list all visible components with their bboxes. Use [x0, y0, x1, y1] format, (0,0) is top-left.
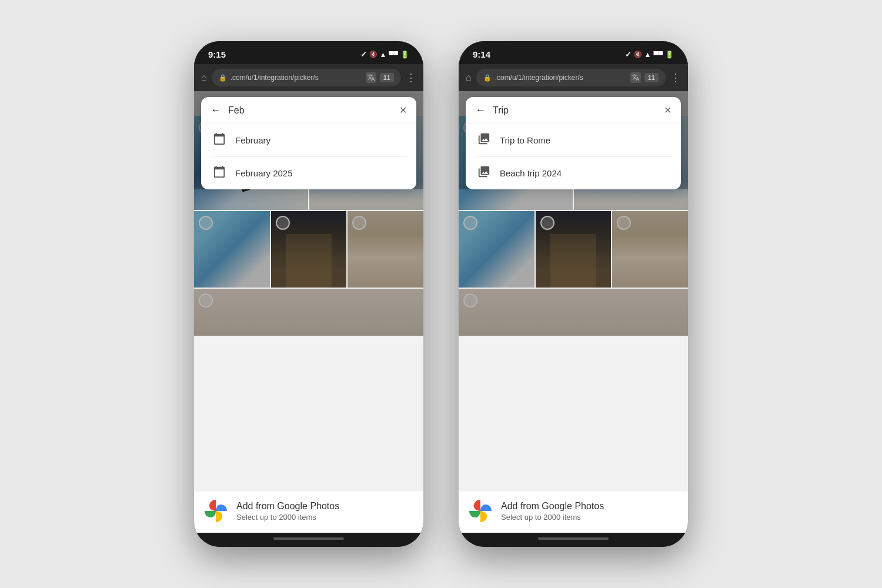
search-query-left[interactable]: Feb [228, 105, 392, 116]
bluetooth-icon-right: ✓ [625, 50, 632, 59]
photo-cell-5[interactable] [348, 211, 423, 288]
search-clear-right[interactable]: ✕ [664, 105, 671, 116]
album-icon-2-right [477, 165, 490, 181]
suggestion-text-1-left: February [235, 135, 270, 145]
battery-icon-right: 🔋 [665, 51, 674, 59]
mute-icon: 🔇 [369, 51, 377, 58]
status-bar-left: 9:15 ✓ 🔇 ▲ ▀▀ 🔋 [194, 41, 423, 64]
url-bar-left[interactable]: 🔒 .com/u/1/integration/picker/s 11 [212, 69, 401, 86]
photo-row-2-left [194, 211, 423, 288]
album-icon-1-right [477, 132, 490, 148]
bottom-text-group-right: Add from Google Photos Select up to 2000… [501, 501, 679, 522]
time-left: 9:15 [208, 49, 226, 59]
suggestion-text-2-right: Beach trip 2024 [500, 168, 562, 178]
select-circle-5[interactable] [352, 216, 366, 230]
photo-row-3-right [459, 289, 688, 336]
home-icon-right[interactable]: ⌂ [466, 72, 472, 83]
bottom-subtitle-left: Select up to 2000 items [236, 513, 414, 522]
search-query-right[interactable]: Trip [493, 105, 657, 116]
photo-row-3-left [194, 289, 423, 336]
screen-left: ✓ Mon, Feb 3 [194, 91, 423, 533]
url-text-right: .com/u/1/integration/picker/s [495, 74, 627, 82]
more-icon-left[interactable]: ⋮ [406, 71, 416, 84]
status-bar-right: 9:14 ✓ 🔇 ▲ ▀▀ 🔋 [459, 41, 688, 64]
photo-cell-r3[interactable] [459, 211, 534, 288]
more-icon-right[interactable]: ⋮ [670, 71, 681, 84]
suggestion-text-2-left: February 2025 [235, 168, 293, 178]
bottom-bar-right: Add from Google Photos Select up to 2000… [459, 492, 688, 533]
bottom-title-left: Add from Google Photos [236, 501, 414, 512]
suggestion-2-left[interactable]: February 2025 [201, 157, 416, 189]
signal-icon-right: ▀▀ [653, 51, 663, 58]
search-back-right[interactable]: ← [475, 104, 486, 116]
select-circle-3[interactable] [199, 216, 213, 230]
select-circle-r3[interactable] [463, 216, 477, 230]
calendar-icon-1-left [213, 132, 226, 148]
suggestion-1-left[interactable]: February [201, 124, 416, 156]
tab-count-left[interactable]: 11 [380, 73, 394, 82]
google-photos-icon-right [468, 499, 493, 523]
home-bar-right[interactable] [538, 537, 609, 540]
suggestion-2-right[interactable]: Beach trip 2024 [466, 157, 681, 189]
photo-cell-r6[interactable] [459, 289, 688, 336]
bluetooth-icon: ✓ [360, 50, 367, 59]
browser-bar-right: ⌂ 🔒 .com/u/1/integration/picker/s 11 ⋮ [459, 64, 688, 91]
google-photos-icon-left [203, 499, 228, 523]
select-circle-r5[interactable] [617, 216, 631, 230]
select-circle-6[interactable] [199, 293, 213, 308]
bottom-subtitle-right: Select up to 2000 items [501, 513, 679, 522]
home-indicator-left [194, 533, 423, 547]
time-right: 9:14 [473, 49, 490, 59]
bottom-text-group-left: Add from Google Photos Select up to 2000… [236, 501, 414, 522]
photo-cell-r5[interactable] [612, 211, 688, 288]
search-box-left: ← Feb ✕ February [201, 97, 416, 189]
browser-bar-left: ⌂ 🔒 .com/u/1/integration/picker/s 11 ⋮ [194, 64, 423, 91]
search-input-row-right: ← Trip ✕ [466, 97, 681, 124]
screen-right: ✓ Mon, Feb 3 [459, 91, 688, 533]
translate-icon-left[interactable] [366, 72, 376, 83]
home-indicator-right [459, 533, 688, 547]
home-icon-left[interactable]: ⌂ [201, 72, 207, 83]
suggestion-1-right[interactable]: Trip to Rome [466, 124, 681, 156]
tab-count-right[interactable]: 11 [644, 73, 659, 82]
search-back-left[interactable]: ← [211, 104, 221, 116]
search-overlay-right: ← Trip ✕ Trip to Rome [459, 91, 688, 189]
bottom-bar-left: Add from Google Photos Select up to 2000… [194, 492, 423, 533]
phone-right: 9:14 ✓ 🔇 ▲ ▀▀ 🔋 ⌂ 🔒 .com/u/1/integration… [459, 41, 688, 547]
status-icons-right: ✓ 🔇 ▲ ▀▀ 🔋 [625, 50, 674, 59]
search-input-row-left: ← Feb ✕ [201, 97, 416, 124]
select-circle-r6[interactable] [463, 293, 477, 308]
status-icons-left: ✓ 🔇 ▲ ▀▀ 🔋 [360, 50, 409, 59]
select-circle-r4[interactable] [540, 216, 554, 230]
photo-row-2-right [459, 211, 688, 288]
wifi-icon-left: ▲ [380, 51, 387, 59]
calendar-icon-2-left [213, 165, 226, 181]
search-overlay-left: ← Feb ✕ February [194, 91, 423, 189]
url-bar-right[interactable]: 🔒 .com/u/1/integration/picker/s 11 [476, 69, 666, 86]
url-text-left: .com/u/1/integration/picker/s [230, 74, 362, 82]
translate-icon-right[interactable] [630, 72, 641, 83]
bottom-title-right: Add from Google Photos [501, 501, 679, 512]
photo-cell-r4[interactable] [536, 211, 612, 288]
phone-left: 9:15 ✓ 🔇 ▲ ▀▀ 🔋 ⌂ 🔒 .com/u/1/integration… [194, 41, 423, 547]
search-clear-left[interactable]: ✕ [399, 105, 407, 116]
lock-icon-left: 🔒 [219, 74, 227, 82]
suggestion-text-1-right: Trip to Rome [500, 135, 550, 145]
phones-container: 9:15 ✓ 🔇 ▲ ▀▀ 🔋 ⌂ 🔒 .com/u/1/integration… [194, 41, 688, 547]
search-box-right: ← Trip ✕ Trip to Rome [466, 97, 681, 189]
mute-icon-right: 🔇 [634, 51, 642, 58]
photo-cell-4[interactable] [271, 211, 347, 288]
select-circle-4[interactable] [276, 216, 290, 230]
lock-icon-right: 🔒 [483, 74, 492, 82]
photo-cell-3[interactable] [194, 211, 270, 288]
home-bar-left[interactable] [273, 537, 344, 540]
battery-icon-left: 🔋 [400, 51, 409, 59]
wifi-icon-right: ▲ [644, 51, 652, 59]
signal-icon-left: ▀▀ [389, 51, 398, 58]
photo-cell-6[interactable] [194, 289, 423, 336]
